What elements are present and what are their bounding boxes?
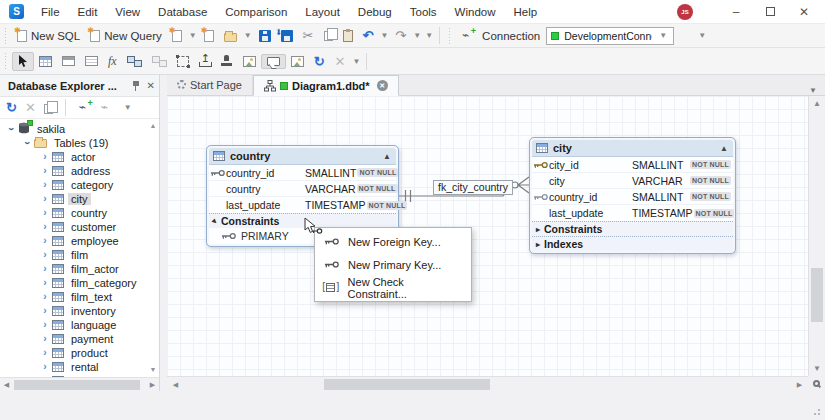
delete-dropdown[interactable]: ▼ (350, 57, 362, 66)
redo-button[interactable]: ↷ (390, 27, 411, 44)
explorer-horizontal-scrollbar[interactable]: ◀ ▶ (0, 377, 159, 391)
constraints-section-header[interactable]: ▸ Constraints (209, 213, 396, 228)
save-button[interactable] (254, 28, 276, 44)
open-file-button[interactable] (219, 28, 242, 44)
tree-vertical-scrollbar[interactable]: ▲ ▼ (147, 121, 158, 375)
collapse-entity-icon[interactable]: ▲ (720, 144, 728, 153)
tree-item-language[interactable]: › language (0, 318, 159, 332)
scroll-right-icon[interactable]: ▶ (793, 378, 806, 391)
minimize-button[interactable]: – (721, 2, 751, 22)
new-file-button[interactable] (199, 28, 219, 44)
tab-close-icon[interactable]: ✕ (377, 80, 388, 91)
explorer-refresh-icon[interactable]: ↻ (6, 101, 17, 114)
pin-icon[interactable] (131, 80, 141, 92)
chevron-collapsed-icon[interactable]: › (40, 320, 50, 330)
collapse-entity-icon[interactable]: ▲ (383, 152, 391, 161)
menu-item-new-primary-key[interactable]: New Primary Key... (315, 253, 471, 276)
explorer-delete-icon[interactable]: ✕ (25, 101, 36, 114)
procedure-tool-button[interactable]: fx (103, 52, 122, 71)
entity-city[interactable]: city ▲ city_id SMALLINT N (529, 137, 736, 254)
scroll-left-icon[interactable]: ◀ (0, 378, 13, 391)
chevron-collapsed-icon[interactable]: › (40, 152, 50, 162)
delete-button[interactable]: ✕ (330, 53, 351, 70)
tab-diagram1[interactable]: Diagram1.dbd* ✕ (253, 75, 399, 96)
pointer-tool-button[interactable] (12, 52, 34, 71)
save-all-button[interactable] (276, 28, 298, 44)
disconnect-icon[interactable] (100, 102, 114, 114)
scroll-up-icon[interactable]: ▲ (148, 121, 158, 131)
entity-country-header[interactable]: country ▲ (209, 148, 396, 165)
chevron-collapsed-icon[interactable]: › (40, 194, 50, 204)
history-dropdown[interactable]: ▼ (423, 31, 435, 40)
explorer-close-icon[interactable]: ✕ (147, 80, 155, 91)
relation-tool-button[interactable] (122, 54, 147, 69)
connect-icon[interactable] (78, 102, 92, 114)
chevron-collapsed-icon[interactable]: › (40, 166, 50, 176)
resize-grip[interactable] (810, 405, 822, 417)
paste-button[interactable] (338, 28, 358, 44)
tree-item-film-category[interactable]: › film_category (0, 276, 159, 290)
undo-button[interactable]: ↶ (358, 27, 379, 44)
scroll-down-icon[interactable]: ▼ (809, 361, 825, 376)
close-button[interactable]: ✕ (789, 2, 819, 22)
stamp-tool-button[interactable] (216, 53, 238, 69)
tree-item-category[interactable]: › category (0, 178, 159, 192)
column-row-city[interactable]: city VARCHAR NOT NULL (532, 173, 733, 189)
panel-splitter[interactable] (160, 75, 167, 391)
virtual-relation-tool-button[interactable] (147, 54, 172, 69)
cut-button[interactable]: ✂ (298, 27, 319, 44)
scrollbar-thumb[interactable] (811, 268, 823, 322)
scrollbar-thumb[interactable] (324, 379, 490, 390)
menu-file[interactable]: File (33, 3, 68, 21)
menu-layout[interactable]: Layout (297, 3, 348, 21)
tree-item-film-actor[interactable]: › film_actor (0, 262, 159, 276)
connection-select[interactable]: DevelopmentConnection ▼ (546, 27, 674, 45)
menu-database[interactable]: Database (150, 3, 215, 21)
maximize-button[interactable] (755, 2, 785, 22)
new-sql-button[interactable]: New SQL (12, 28, 85, 44)
entity-city-header[interactable]: city ▲ (532, 140, 733, 157)
new-table-tool-button[interactable] (34, 54, 57, 69)
menu-view[interactable]: View (107, 3, 148, 21)
tree-item-country[interactable]: › country (0, 206, 159, 220)
frame-tool-button[interactable] (172, 54, 194, 69)
chevron-collapsed-icon[interactable]: › (40, 264, 50, 274)
tree-item-address[interactable]: › address (0, 164, 159, 178)
tree-item-city[interactable]: › city (0, 192, 159, 206)
scroll-right-icon[interactable]: ▶ (146, 378, 159, 391)
tree-item-customer[interactable]: › customer (0, 220, 159, 234)
chevron-collapsed-icon[interactable]: › (40, 250, 50, 260)
image-tool-button[interactable] (238, 54, 261, 69)
menu-edit[interactable]: Edit (70, 3, 106, 21)
zoom-control[interactable] (808, 376, 825, 391)
chevron-expanded-icon[interactable]: › (6, 124, 16, 134)
column-row-last-update[interactable]: last_update TIMESTAMP NOT NULL (209, 197, 396, 213)
toolbar-overflow-dropdown[interactable]: ▼ (696, 31, 708, 40)
relation-label[interactable]: fk_city_country (433, 180, 513, 195)
chevron-collapsed-icon[interactable]: › (40, 180, 50, 190)
refresh-diagram-button[interactable]: ↻ (309, 53, 330, 70)
undo-dropdown[interactable]: ▼ (378, 31, 390, 40)
chevron-collapsed-icon[interactable]: › (40, 348, 50, 358)
chevron-collapsed-icon[interactable]: › (40, 278, 50, 288)
thumbnail-tool-button[interactable] (286, 54, 309, 69)
chevron-collapsed-icon[interactable]: › (40, 236, 50, 246)
view-tool-button[interactable] (80, 54, 103, 68)
tree-item-film[interactable]: › film (0, 248, 159, 262)
menu-window[interactable]: Window (447, 3, 504, 21)
toolbar-grip[interactable] (3, 28, 8, 44)
menu-tools[interactable]: Tools (402, 3, 445, 21)
chevron-collapsed-icon[interactable]: › (40, 362, 50, 372)
tree-item-product[interactable]: › product (0, 346, 159, 360)
tree-item-employee[interactable]: › employee (0, 234, 159, 248)
chevron-expanded-icon[interactable]: › (22, 138, 32, 148)
chevron-collapsed-icon[interactable]: › (40, 222, 50, 232)
chevron-collapsed-icon[interactable]: › (40, 334, 50, 344)
copy-button[interactable] (319, 29, 338, 43)
open-file-dropdown[interactable]: ▼ (242, 31, 254, 40)
tab-start-page[interactable]: Start Page (167, 74, 253, 95)
scroll-up-icon[interactable]: ▲ (809, 96, 825, 111)
note-tool-button[interactable] (261, 54, 286, 69)
chevron-collapsed-icon[interactable]: › (40, 306, 50, 316)
canvas-horizontal-scrollbar[interactable]: ◀ ▶ (167, 376, 808, 391)
